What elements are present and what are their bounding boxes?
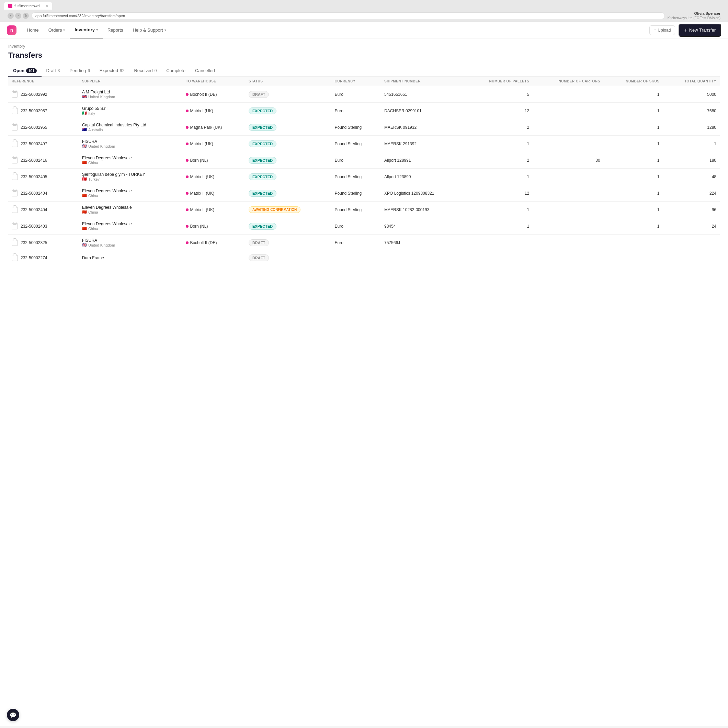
ref-number: 232-50002416	[21, 158, 47, 163]
lock-icon	[12, 190, 18, 196]
lock-icon	[12, 223, 18, 229]
table-row[interactable]: 232-50002955 Capital Chemical Industries…	[8, 119, 720, 136]
supplier-country: 🇹🇷 Turkey	[82, 177, 179, 181]
cell-currency	[331, 251, 381, 265]
table-row[interactable]: 232-50002403 Eleven Degrees Wholesale 🇨🇳…	[8, 218, 720, 234]
cell-cartons	[532, 119, 603, 136]
supplier-name: Şerifoğullan bebe giyim - TURKEY	[82, 172, 179, 177]
cell-currency: Euro	[331, 152, 381, 168]
cell-total-qty: 24	[663, 218, 720, 234]
country-flag: 🇹🇷	[82, 177, 87, 181]
cell-currency: Pound Sterling	[331, 119, 381, 136]
cell-supplier: Dura Frame	[79, 251, 183, 265]
cell-cartons	[532, 234, 603, 251]
cell-shipment: Allport 123890	[381, 168, 464, 185]
cell-shipment: 98454	[381, 218, 464, 234]
cell-skus: 1	[604, 185, 663, 202]
nav-home[interactable]: Home	[22, 22, 44, 38]
status-badge: EXPECTED	[249, 173, 277, 180]
warehouse-dot	[186, 126, 188, 129]
warehouse-value: Bocholt II (DE)	[186, 92, 242, 97]
supplier-name: Eleven Degrees Wholesale	[82, 156, 179, 161]
cell-total-qty: 1	[663, 136, 720, 152]
tab-complete[interactable]: Complete	[161, 65, 190, 76]
ref-number: 232-50002325	[21, 240, 47, 245]
cell-total-qty: 96	[663, 202, 720, 218]
cell-skus: 1	[604, 152, 663, 168]
supplier-name: Eleven Degrees Wholesale	[82, 222, 179, 226]
table-row[interactable]: 232-50002416 Eleven Degrees Wholesale 🇨🇳…	[8, 152, 720, 168]
cell-total-qty	[663, 251, 720, 265]
cell-skus: 1	[604, 202, 663, 218]
table-row[interactable]: 232-50002957 Grupo 55 S.r.l 🇮🇹 Italy Mat…	[8, 102, 720, 119]
warehouse-value: Matrix II (UK)	[186, 174, 242, 179]
cell-supplier: FISURA 🇬🇧 United Kingdom	[79, 136, 183, 152]
table-row[interactable]: 232-50002405 Şerifoğullan bebe giyim - T…	[8, 168, 720, 185]
chat-bubble[interactable]: 💬	[7, 709, 19, 721]
cell-pallets: 1	[464, 136, 532, 152]
back-button[interactable]: ‹	[8, 13, 14, 19]
tab-expected[interactable]: Expected 92	[95, 65, 130, 76]
cell-total-qty: 48	[663, 168, 720, 185]
tab-open[interactable]: Open 101	[8, 65, 41, 76]
tab-draft[interactable]: Draft 3	[41, 65, 65, 76]
cell-status: DRAFT	[245, 234, 331, 251]
cell-skus: 1	[604, 102, 663, 119]
supplier-country: 🇨🇳 China	[82, 210, 179, 214]
tab-received[interactable]: Received 0	[129, 65, 161, 76]
tab-pending[interactable]: Pending 6	[64, 65, 95, 76]
ref-number: 232-50002957	[21, 109, 47, 113]
cell-shipment: MAERSK 091932	[381, 119, 464, 136]
cell-status: EXPECTED	[245, 218, 331, 234]
cell-total-qty	[663, 234, 720, 251]
table-body: 232-50002992 A M Freight Ltd 🇬🇧 United K…	[8, 86, 720, 265]
cell-warehouse: Bocholt II (DE)	[182, 86, 245, 102]
cell-warehouse: Born (NL)	[182, 218, 245, 234]
tab-cancelled[interactable]: Cancelled	[190, 65, 220, 76]
cell-supplier: Eleven Degrees Wholesale 🇨🇳 China	[79, 152, 183, 168]
cell-total-qty: 224	[663, 185, 720, 202]
status-badge: DRAFT	[249, 254, 269, 262]
supplier-country: 🇨🇳 China	[82, 226, 179, 231]
country-flag: 🇬🇧	[82, 144, 87, 148]
nav-reports[interactable]: Reports	[102, 22, 128, 38]
plus-icon: +	[684, 27, 687, 33]
browser-tab[interactable]: fulfilmentcrowd ✕	[4, 2, 52, 10]
table-row[interactable]: 232-50002404 Eleven Degrees Wholesale 🇨🇳…	[8, 185, 720, 202]
upload-button[interactable]: ↑ Upload	[649, 25, 675, 35]
ref-number: 232-50002955	[21, 125, 47, 130]
col-cartons: Number of Cartons	[532, 76, 603, 86]
forward-button[interactable]: ›	[15, 13, 21, 19]
tab-close[interactable]: ✕	[45, 4, 48, 8]
cell-cartons	[532, 185, 603, 202]
lock-icon	[12, 240, 18, 246]
ref-number: 232-50002405	[21, 174, 47, 179]
country-flag: 🇬🇧	[82, 243, 87, 247]
warehouse-dot	[186, 208, 188, 211]
cell-pallets	[464, 251, 532, 265]
warehouse-value: Matrix II (UK)	[186, 207, 242, 212]
nav-inventory[interactable]: Inventory ▾	[70, 22, 102, 38]
status-badge: EXPECTED	[249, 124, 277, 131]
new-transfer-button[interactable]: + New Transfer	[679, 24, 721, 37]
nav-help[interactable]: Help & Support ▾	[128, 22, 171, 38]
cell-pallets: 12	[464, 102, 532, 119]
col-currency: Currency	[331, 76, 381, 86]
country-flag: 🇬🇧	[82, 95, 87, 99]
table-row[interactable]: 232-50002325 FISURA 🇬🇧 United Kingdom Bo…	[8, 234, 720, 251]
nav-orders[interactable]: Orders ▾	[44, 22, 70, 38]
address-bar[interactable]: app.fulfilmentcrowd.com/232/inventory/tr…	[32, 12, 665, 19]
country-flag: 🇨🇳	[82, 226, 87, 231]
cell-shipment: 5451651651	[381, 86, 464, 102]
table-row[interactable]: 232-50002992 A M Freight Ltd 🇬🇧 United K…	[8, 86, 720, 102]
cell-supplier: Capital Chemical Industries Pty Ltd 🇦🇺 A…	[79, 119, 183, 136]
table-row[interactable]: 232-50002274 Dura Frame DRAFT	[8, 251, 720, 265]
cell-supplier: Eleven Degrees Wholesale 🇨🇳 China	[79, 218, 183, 234]
cell-status: EXPECTED	[245, 119, 331, 136]
app-logo[interactable]: n	[7, 25, 17, 35]
cell-reference: 232-50002403	[8, 218, 79, 234]
cell-status: DRAFT	[245, 86, 331, 102]
table-row[interactable]: 232-50002404 Eleven Degrees Wholesale 🇨🇳…	[8, 202, 720, 218]
table-row[interactable]: 232-50002497 FISURA 🇬🇧 United Kingdom Ma…	[8, 136, 720, 152]
refresh-button[interactable]: ↻	[23, 13, 29, 19]
